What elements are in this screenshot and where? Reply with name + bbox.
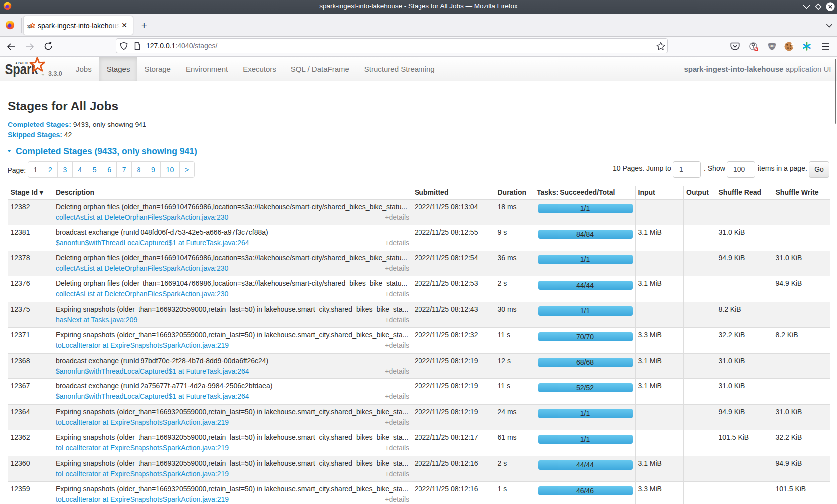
- svg-text:UO: UO: [770, 44, 775, 48]
- svg-text:™: ™: [41, 74, 44, 77]
